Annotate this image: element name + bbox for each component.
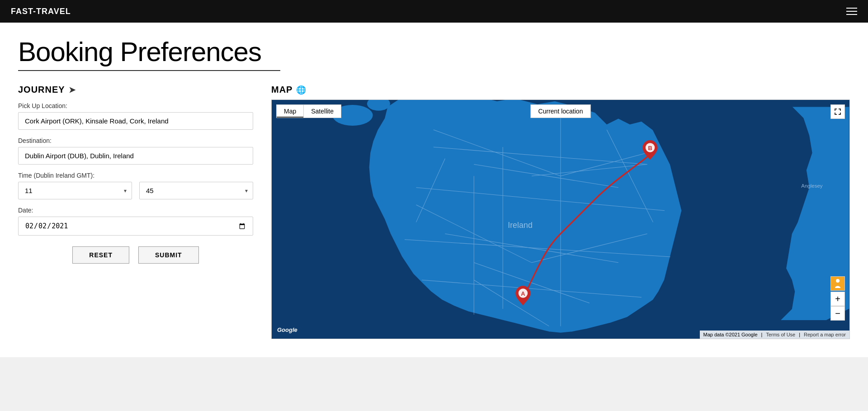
hour-select[interactable]: 00 01 02 03 04 05 06 07 08 09 10 11 12 1… bbox=[18, 182, 132, 199]
time-row: 00 01 02 03 04 05 06 07 08 09 10 11 12 1… bbox=[18, 182, 253, 199]
app-title: FAST-TRAVEL bbox=[11, 7, 71, 16]
minute-select[interactable]: 00 05 10 15 20 25 30 35 40 45 50 55 bbox=[139, 182, 253, 199]
right-panel: MAP 🌐 bbox=[271, 85, 850, 339]
minute-select-wrap: 00 05 10 15 20 25 30 35 40 45 50 55 ▾ bbox=[139, 182, 253, 199]
submit-button[interactable]: SUBMIT bbox=[138, 246, 199, 264]
svg-text:A: A bbox=[521, 290, 525, 297]
destination-input[interactable] bbox=[18, 147, 253, 165]
zoom-controls: + − bbox=[830, 292, 845, 321]
map-container: A B Ireland Pembrokeshire Coast National… bbox=[271, 99, 850, 339]
google-logo: Google bbox=[277, 326, 297, 333]
svg-text:Anglesey: Anglesey bbox=[801, 183, 823, 189]
street-view-icon[interactable] bbox=[830, 276, 845, 291]
journey-label: JOURNEY bbox=[18, 85, 65, 95]
hour-select-wrap: 00 01 02 03 04 05 06 07 08 09 10 11 12 1… bbox=[18, 182, 132, 199]
terms-of-use-link[interactable]: Terms of Use bbox=[766, 332, 795, 337]
pickup-input[interactable] bbox=[18, 112, 253, 130]
zoom-out-button[interactable]: − bbox=[830, 306, 845, 321]
reset-button[interactable]: RESET bbox=[72, 246, 129, 264]
time-label: Time (Dublin Ireland GMT): bbox=[18, 172, 253, 179]
pickup-label: Pick Up Location: bbox=[18, 102, 253, 109]
fullscreen-button[interactable] bbox=[830, 104, 845, 119]
svg-point-30 bbox=[836, 279, 840, 283]
map-label: MAP bbox=[271, 85, 292, 95]
zoom-in-button[interactable]: + bbox=[830, 292, 845, 306]
date-label: Date: bbox=[18, 207, 253, 214]
map-footer: Map data ©2021 Google | Terms of Use | R… bbox=[700, 331, 849, 339]
content-row: JOURNEY ➤ Pick Up Location: Destination:… bbox=[18, 85, 850, 339]
left-panel: JOURNEY ➤ Pick Up Location: Destination:… bbox=[18, 85, 253, 264]
navigation-icon: ➤ bbox=[69, 85, 76, 95]
page-content: Booking Preferences JOURNEY ➤ Pick Up Lo… bbox=[0, 23, 868, 357]
map-data-label: Map data ©2021 Google bbox=[703, 332, 758, 337]
page-title: Booking Preferences bbox=[18, 36, 850, 67]
map-svg: A B Ireland Pembrokeshire Coast National… bbox=[272, 100, 849, 339]
svg-text:Ireland: Ireland bbox=[508, 221, 533, 230]
report-map-error-link[interactable]: Report a map error bbox=[804, 332, 846, 337]
map-tab-map[interactable]: Map bbox=[276, 104, 303, 118]
map-tab-satellite[interactable]: Satellite bbox=[303, 104, 341, 118]
hamburger-menu[interactable] bbox=[846, 8, 857, 15]
title-underline bbox=[18, 70, 280, 71]
current-location-button[interactable]: Current location bbox=[531, 104, 591, 118]
date-input[interactable] bbox=[18, 217, 253, 236]
app-header: FAST-TRAVEL bbox=[0, 0, 868, 23]
globe-icon: 🌐 bbox=[296, 85, 307, 95]
destination-label: Destination: bbox=[18, 137, 253, 144]
button-row: RESET SUBMIT bbox=[18, 246, 253, 264]
map-tab-bar: Map Satellite bbox=[276, 104, 341, 118]
journey-section-heading: JOURNEY ➤ bbox=[18, 85, 253, 95]
svg-text:B: B bbox=[648, 145, 652, 151]
map-section-heading: MAP 🌐 bbox=[271, 85, 850, 95]
